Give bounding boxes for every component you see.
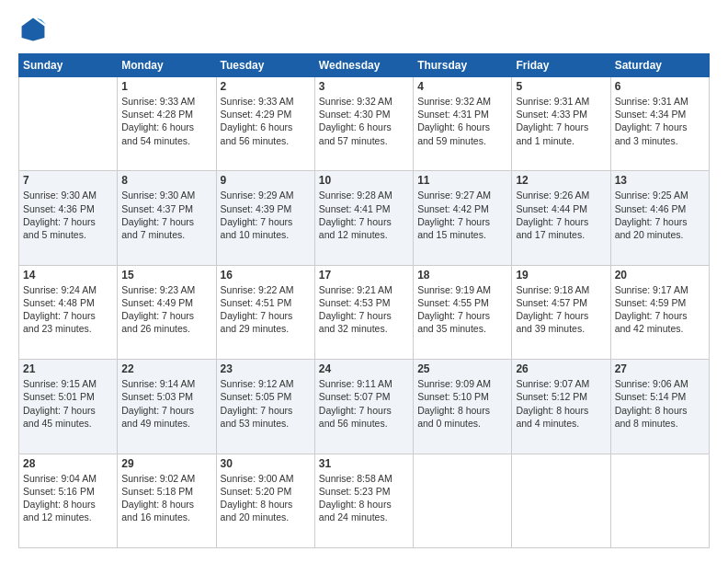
sunset-label: Sunset: 5:05 PM	[221, 391, 292, 402]
day-info: Sunrise: 9:33 AM Sunset: 4:29 PM Dayligh…	[221, 95, 311, 147]
day-number: 11	[417, 174, 507, 187]
calendar-cell: 6 Sunrise: 9:31 AM Sunset: 4:34 PM Dayli…	[610, 77, 709, 171]
weekday-header: Sunday	[19, 54, 118, 77]
daylight-label: Daylight: 7 hours and 20 minutes.	[615, 216, 688, 240]
daylight-label: Daylight: 8 hours and 24 minutes.	[319, 499, 392, 523]
logo	[18, 15, 51, 44]
calendar-cell: 5 Sunrise: 9:31 AM Sunset: 4:33 PM Dayli…	[512, 77, 610, 171]
daylight-label: Daylight: 8 hours and 8 minutes.	[615, 405, 688, 429]
daylight-label: Daylight: 6 hours and 56 minutes.	[221, 121, 293, 145]
calendar-cell	[19, 77, 118, 171]
sunrise-label: Sunrise: 9:27 AM	[417, 190, 491, 201]
day-number: 21	[23, 362, 113, 375]
sunrise-label: Sunrise: 9:29 AM	[221, 190, 294, 201]
sunrise-label: Sunrise: 9:26 AM	[516, 190, 589, 201]
sunset-label: Sunset: 5:23 PM	[319, 486, 391, 497]
day-info: Sunrise: 9:32 AM Sunset: 4:30 PM Dayligh…	[319, 95, 409, 147]
sunrise-label: Sunrise: 9:02 AM	[121, 473, 195, 484]
day-number: 28	[23, 457, 113, 470]
sunset-label: Sunset: 4:30 PM	[319, 109, 391, 120]
day-info: Sunrise: 9:32 AM Sunset: 4:31 PM Dayligh…	[417, 95, 507, 147]
daylight-label: Daylight: 7 hours and 12 minutes.	[319, 216, 392, 240]
daylight-label: Daylight: 7 hours and 7 minutes.	[121, 216, 194, 240]
daylight-label: Daylight: 7 hours and 56 minutes.	[319, 405, 392, 429]
calendar-cell: 16 Sunrise: 9:22 AM Sunset: 4:51 PM Dayl…	[216, 265, 314, 359]
weekday-header: Monday	[118, 54, 216, 77]
logo-icon	[18, 15, 48, 44]
sunrise-label: Sunrise: 9:25 AM	[615, 190, 688, 201]
day-info: Sunrise: 9:07 AM Sunset: 5:12 PM Dayligh…	[516, 377, 606, 430]
day-info: Sunrise: 9:26 AM Sunset: 4:44 PM Dayligh…	[516, 189, 606, 241]
sunset-label: Sunset: 5:01 PM	[23, 391, 95, 402]
calendar-cell: 1 Sunrise: 9:33 AM Sunset: 4:28 PM Dayli…	[118, 77, 216, 171]
weekday-header: Friday	[512, 54, 610, 77]
day-number: 22	[121, 362, 211, 375]
calendar-cell: 7 Sunrise: 9:30 AM Sunset: 4:36 PM Dayli…	[19, 171, 118, 265]
sunrise-label: Sunrise: 9:17 AM	[615, 284, 688, 295]
daylight-label: Daylight: 7 hours and 17 minutes.	[516, 216, 588, 240]
sunrise-label: Sunrise: 9:24 AM	[23, 284, 97, 295]
calendar-cell: 12 Sunrise: 9:26 AM Sunset: 4:44 PM Dayl…	[512, 171, 610, 265]
calendar-cell	[512, 454, 610, 547]
day-number: 5	[516, 80, 606, 93]
calendar-cell	[610, 454, 709, 547]
calendar-table: SundayMondayTuesdayWednesdayThursdayFrid…	[18, 53, 710, 548]
day-number: 29	[121, 457, 211, 470]
calendar-week-row: 28 Sunrise: 9:04 AM Sunset: 5:16 PM Dayl…	[19, 454, 710, 547]
sunset-label: Sunset: 4:41 PM	[319, 203, 391, 214]
calendar-cell: 23 Sunrise: 9:12 AM Sunset: 5:05 PM Dayl…	[216, 360, 314, 454]
calendar-week-row: 7 Sunrise: 9:30 AM Sunset: 4:36 PM Dayli…	[19, 171, 710, 265]
day-info: Sunrise: 9:27 AM Sunset: 4:42 PM Dayligh…	[417, 189, 507, 241]
day-info: Sunrise: 9:04 AM Sunset: 5:16 PM Dayligh…	[23, 472, 113, 524]
calendar-cell: 25 Sunrise: 9:09 AM Sunset: 5:10 PM Dayl…	[414, 360, 512, 454]
weekday-header: Saturday	[610, 54, 709, 77]
day-info: Sunrise: 9:06 AM Sunset: 5:14 PM Dayligh…	[615, 377, 705, 430]
day-number: 8	[121, 174, 211, 187]
daylight-label: Daylight: 7 hours and 3 minutes.	[615, 121, 688, 145]
calendar-cell: 2 Sunrise: 9:33 AM Sunset: 4:29 PM Dayli…	[216, 77, 314, 171]
sunset-label: Sunset: 5:18 PM	[121, 486, 193, 497]
calendar-cell: 19 Sunrise: 9:18 AM Sunset: 4:57 PM Dayl…	[512, 265, 610, 359]
calendar-cell: 10 Sunrise: 9:28 AM Sunset: 4:41 PM Dayl…	[314, 171, 413, 265]
sunset-label: Sunset: 4:51 PM	[221, 297, 292, 308]
calendar-body: 1 Sunrise: 9:33 AM Sunset: 4:28 PM Dayli…	[19, 77, 710, 548]
sunset-label: Sunset: 4:42 PM	[417, 203, 489, 214]
sunset-label: Sunset: 4:49 PM	[121, 297, 193, 308]
daylight-label: Daylight: 8 hours and 0 minutes.	[417, 405, 490, 429]
sunset-label: Sunset: 4:57 PM	[516, 297, 587, 308]
daylight-label: Daylight: 7 hours and 42 minutes.	[615, 310, 688, 334]
sunrise-label: Sunrise: 9:30 AM	[23, 190, 97, 201]
sunset-label: Sunset: 4:48 PM	[23, 297, 95, 308]
sunrise-label: Sunrise: 9:09 AM	[417, 378, 491, 389]
day-info: Sunrise: 9:31 AM Sunset: 4:33 PM Dayligh…	[516, 95, 606, 147]
sunset-label: Sunset: 4:33 PM	[516, 109, 587, 120]
daylight-label: Daylight: 7 hours and 53 minutes.	[221, 405, 293, 429]
daylight-label: Daylight: 8 hours and 4 minutes.	[516, 405, 588, 429]
sunrise-label: Sunrise: 9:28 AM	[319, 190, 392, 201]
day-number: 10	[319, 174, 409, 187]
calendar-cell: 31 Sunrise: 8:58 AM Sunset: 5:23 PM Dayl…	[314, 454, 413, 547]
calendar-cell: 15 Sunrise: 9:23 AM Sunset: 4:49 PM Dayl…	[118, 265, 216, 359]
sunset-label: Sunset: 5:16 PM	[23, 486, 95, 497]
daylight-label: Daylight: 7 hours and 15 minutes.	[417, 216, 490, 240]
sunrise-label: Sunrise: 9:11 AM	[319, 378, 392, 389]
calendar-cell: 20 Sunrise: 9:17 AM Sunset: 4:59 PM Dayl…	[610, 265, 709, 359]
sunrise-label: Sunrise: 9:07 AM	[516, 378, 589, 389]
day-number: 1	[121, 80, 211, 93]
sunset-label: Sunset: 4:53 PM	[319, 297, 391, 308]
sunrise-label: Sunrise: 9:21 AM	[319, 284, 392, 295]
daylight-label: Daylight: 6 hours and 54 minutes.	[121, 121, 194, 145]
daylight-label: Daylight: 7 hours and 29 minutes.	[221, 310, 293, 334]
day-number: 23	[221, 362, 311, 375]
sunset-label: Sunset: 5:14 PM	[615, 391, 687, 402]
calendar-cell: 8 Sunrise: 9:30 AM Sunset: 4:37 PM Dayli…	[118, 171, 216, 265]
day-number: 19	[516, 269, 606, 282]
day-number: 13	[615, 174, 705, 187]
sunrise-label: Sunrise: 9:32 AM	[319, 96, 392, 107]
daylight-label: Daylight: 7 hours and 5 minutes.	[23, 216, 96, 240]
calendar-cell: 17 Sunrise: 9:21 AM Sunset: 4:53 PM Dayl…	[314, 265, 413, 359]
daylight-label: Daylight: 7 hours and 45 minutes.	[23, 405, 96, 429]
calendar-week-row: 1 Sunrise: 9:33 AM Sunset: 4:28 PM Dayli…	[19, 77, 710, 171]
sunrise-label: Sunrise: 9:14 AM	[121, 378, 195, 389]
weekday-header: Wednesday	[314, 54, 413, 77]
